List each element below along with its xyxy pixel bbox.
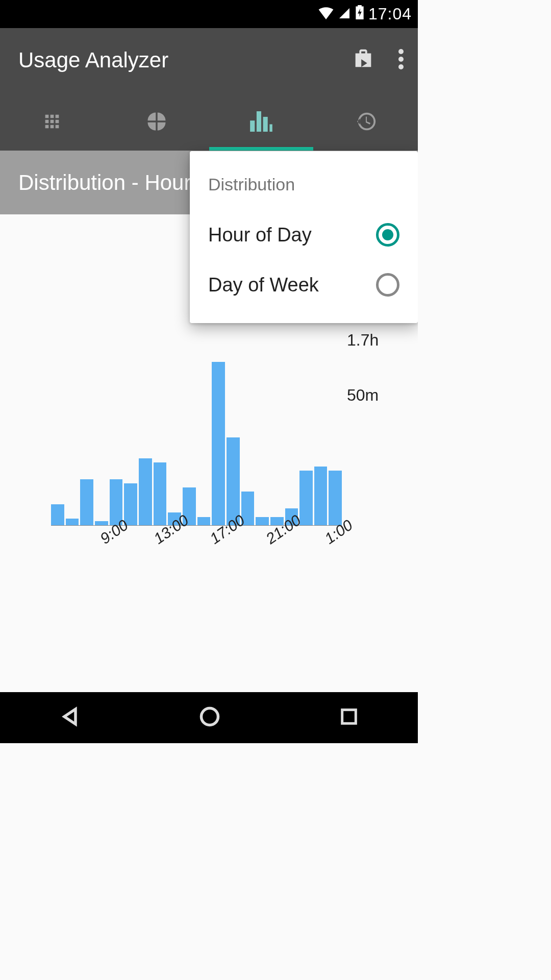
status-clock: 17:04: [368, 5, 412, 23]
app-bar-actions: [350, 47, 404, 73]
svg-point-7: [202, 708, 218, 725]
svg-rect-5: [263, 116, 268, 131]
popup-option-hour-of-day[interactable]: Hour of Day: [190, 210, 418, 260]
wifi-icon: [318, 5, 334, 23]
android-nav-bar: [0, 692, 418, 743]
bar: [329, 471, 342, 525]
svg-rect-4: [257, 111, 261, 132]
bar: [80, 479, 93, 525]
nav-home-icon[interactable]: [198, 705, 221, 730]
svg-point-2: [398, 64, 404, 69]
battery-charging-icon: [355, 5, 364, 23]
radio-unselected-icon: [376, 273, 399, 297]
tab-pie[interactable]: [105, 92, 209, 151]
popup-option-label: Hour of Day: [208, 224, 312, 246]
svg-point-0: [398, 49, 404, 54]
bar: [197, 517, 211, 525]
tab-bars[interactable]: [209, 92, 314, 151]
status-bar: 17:04: [0, 0, 418, 28]
popup-option-label: Day of Week: [208, 274, 319, 296]
svg-rect-6: [269, 124, 272, 132]
bar: [66, 519, 79, 525]
radio-selected-icon: [376, 223, 399, 247]
nav-recent-icon[interactable]: [339, 706, 359, 729]
bar: [124, 483, 137, 525]
store-icon[interactable]: [350, 47, 376, 73]
bar: [299, 471, 313, 525]
overflow-menu-icon[interactable]: [398, 48, 404, 72]
screen: 17:04 Usage Analyzer: [0, 0, 418, 743]
popup-title: Distribution: [190, 164, 418, 210]
popup-option-day-of-week[interactable]: Day of Week: [190, 260, 418, 310]
app-bar-top: Usage Analyzer: [0, 28, 418, 92]
tab-history[interactable]: [313, 92, 418, 151]
y-label: 50m: [347, 386, 379, 405]
app-bar: Usage Analyzer: [0, 28, 418, 151]
distribution-popup: Distribution Hour of Day Day of Week: [190, 151, 418, 323]
tab-apps[interactable]: [0, 92, 105, 151]
bar: [212, 362, 225, 525]
bar: [95, 521, 108, 525]
cell-signal-icon: [338, 5, 351, 23]
tabs: [0, 92, 418, 151]
bar: [314, 467, 328, 525]
nav-back-icon[interactable]: [59, 705, 81, 730]
bar: [139, 458, 152, 525]
svg-point-1: [398, 57, 404, 62]
svg-rect-3: [250, 120, 255, 132]
bar: [154, 462, 167, 525]
x-axis-labels: 9:00 13:00 17:00 21:00 1:00: [51, 533, 342, 574]
y-label: 1.7h: [347, 331, 379, 350]
bar: [256, 517, 269, 525]
svg-rect-8: [342, 710, 356, 724]
bar: [51, 504, 64, 525]
app-title: Usage Analyzer: [18, 48, 350, 72]
